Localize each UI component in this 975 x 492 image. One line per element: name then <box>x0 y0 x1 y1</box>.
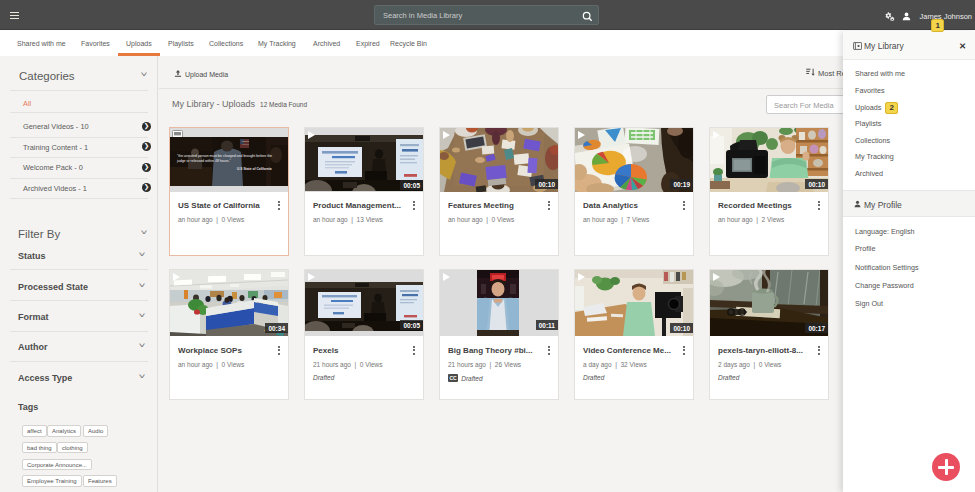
svg-text:U.S State of California: U.S State of California <box>237 167 272 171</box>
svg-text:"the arrested person must be c: "the arrested person must be charged and… <box>177 154 272 158</box>
svg-text:judge or released within 48 ho: judge or released within 48 hours." <box>176 159 232 163</box>
